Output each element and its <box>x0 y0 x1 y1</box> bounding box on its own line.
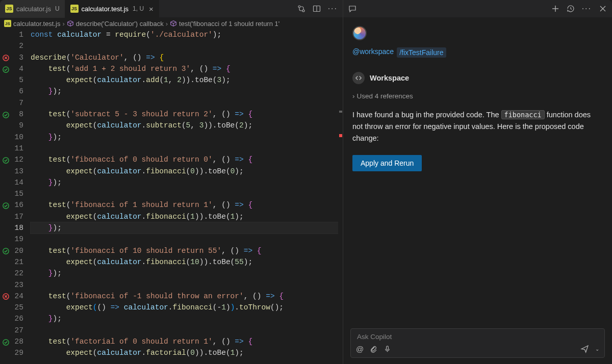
compare-changes-icon[interactable] <box>297 5 305 13</box>
references-text: Used 4 references <box>357 92 413 100</box>
code-line[interactable]: test('factorial of 0 should return 1', (… <box>31 336 338 347</box>
js-file-icon: JS <box>70 5 79 13</box>
attach-icon[interactable] <box>370 345 377 353</box>
test-pass-icon[interactable] <box>2 246 10 257</box>
panel-more-icon[interactable]: ··· <box>582 4 592 13</box>
code-line[interactable]: expect(calculator.fibonacci(1)).toBe(1); <box>31 211 338 222</box>
code-line[interactable]: }); <box>31 313 338 324</box>
send-dropdown-icon[interactable]: ⌄ <box>595 346 599 352</box>
code-line[interactable] <box>31 97 338 109</box>
code-line[interactable]: }); <box>31 268 338 279</box>
test-pass-icon[interactable] <box>2 200 10 211</box>
line-number-gutter: 1234567891011121314151617181920212223242… <box>11 29 31 364</box>
js-file-icon: JS <box>5 5 13 13</box>
code-line[interactable]: expect(calculator.subtract(5, 3)).toBe(2… <box>31 120 338 131</box>
code-line[interactable]: test('fibonacci of 10 should return 55',… <box>31 245 338 256</box>
history-icon[interactable] <box>567 5 575 13</box>
references-toggle[interactable]: › Used 4 references <box>352 92 603 100</box>
symbol-icon <box>170 20 177 27</box>
chat-panel-icon[interactable] <box>348 5 356 13</box>
breadcrumb-scope2: test('fibonacci of 1 should return 1' <box>179 20 279 28</box>
code-line[interactable] <box>31 143 338 154</box>
error-squiggle <box>67 311 302 313</box>
code-line[interactable]: test('fibonacci of 0 should return 0', (… <box>31 154 338 165</box>
send-icon[interactable] <box>580 345 589 353</box>
chat-message: I have found a bug in the provided code.… <box>352 109 602 145</box>
chat-input[interactable]: Ask Copilot @ ⌄ <box>350 328 605 358</box>
code-line[interactable] <box>31 40 338 51</box>
more-actions-icon[interactable]: ··· <box>328 4 338 13</box>
line-number: 1 <box>11 29 23 40</box>
apply-and-rerun-button[interactable]: Apply and Rerun <box>352 155 422 171</box>
split-editor-icon[interactable] <box>313 5 321 13</box>
close-panel-icon[interactable] <box>599 5 607 13</box>
line-number: 20 <box>11 245 23 256</box>
svg-point-1 <box>302 10 304 12</box>
line-number: 25 <box>11 302 23 313</box>
slash-command-chip[interactable]: /fixTestFailure <box>397 47 446 58</box>
code-line[interactable]: }); <box>31 177 338 188</box>
editor-tab[interactable]: JS calculator.js U <box>0 0 65 18</box>
code-line[interactable]: expect(calculator.add(1, 2)).toBe(3); <box>31 74 338 86</box>
code-line[interactable]: describe('Calculator', () => { <box>31 52 338 63</box>
line-number: 22 <box>11 268 23 279</box>
avatar <box>352 26 367 40</box>
test-pass-icon[interactable] <box>2 109 10 120</box>
workspace-label: Workspace <box>370 74 409 82</box>
symbol-icon <box>67 20 74 27</box>
tab-badge: U <box>54 5 60 12</box>
code-line[interactable]: expect(calculator.factorial(0)).toBe(1); <box>31 347 338 358</box>
line-number: 8 <box>11 109 23 120</box>
editor-tab[interactable]: JS calculator.test.js 1, U × <box>65 0 159 18</box>
test-pass-icon[interactable] <box>2 64 10 75</box>
code-line[interactable]: test('fibonacci of -1 should throw an er… <box>31 291 338 302</box>
js-file-icon: JS <box>4 20 11 27</box>
code-reference: fibonacci <box>501 110 545 119</box>
line-number: 12 <box>11 154 23 165</box>
test-pass-icon[interactable] <box>2 336 10 348</box>
line-number: 17 <box>11 211 23 222</box>
code-line[interactable]: const calculator = require('./calculator… <box>31 29 338 40</box>
code-line[interactable] <box>31 279 338 291</box>
line-number: 13 <box>11 166 23 177</box>
code-line[interactable]: expect(calculator.fibonacci(10)).toBe(55… <box>31 256 338 268</box>
code-line[interactable]: test('add 1 + 2 should return 3', () => … <box>31 63 338 74</box>
tab-filename: calculator.js <box>16 5 51 13</box>
line-number: 7 <box>11 97 23 109</box>
line-number: 5 <box>11 74 23 86</box>
code-line[interactable] <box>31 233 338 245</box>
code-line[interactable]: expect(() => calculator.fibonacci(-1)).t… <box>31 302 338 313</box>
code-line[interactable]: }); <box>31 132 338 143</box>
tab-filename: calculator.test.js <box>82 5 129 13</box>
code-line[interactable]: test('subtract 5 - 3 should return 2', (… <box>31 109 338 120</box>
code-line[interactable]: }); <box>31 222 338 233</box>
new-chat-icon[interactable] <box>551 5 559 13</box>
test-pass-icon[interactable] <box>2 154 10 166</box>
code-editor[interactable]: 1234567891011121314151617181920212223242… <box>0 29 343 364</box>
code-line[interactable]: expect(calculator.fibonacci(0)).toBe(0); <box>31 166 338 177</box>
line-number: 26 <box>11 313 23 324</box>
breadcrumb[interactable]: JS calculator.test.js › describe('Calcul… <box>0 18 343 29</box>
mention-icon[interactable]: @ <box>356 345 364 353</box>
line-number: 18 <box>11 222 23 233</box>
breadcrumb-scope1: describe('Calculator') callback <box>76 20 164 28</box>
line-number: 15 <box>11 188 23 199</box>
code-line[interactable]: }); <box>31 86 338 97</box>
line-number: 29 <box>11 347 23 358</box>
overview-ruler[interactable] <box>338 29 343 364</box>
line-number: 21 <box>11 256 23 268</box>
test-fail-icon[interactable] <box>2 291 10 302</box>
mention-chip[interactable]: @workspace <box>352 47 394 58</box>
test-fail-icon[interactable] <box>2 53 10 64</box>
voice-icon[interactable] <box>384 345 391 353</box>
line-number: 4 <box>11 63 23 74</box>
code-line[interactable]: test('fibonacci of 1 should return 1', (… <box>31 199 338 211</box>
workspace-agent-icon <box>352 72 365 84</box>
line-number: 27 <box>11 325 23 336</box>
close-tab-icon[interactable]: × <box>147 5 154 13</box>
code-line[interactable] <box>31 188 338 199</box>
line-number: 19 <box>11 233 23 245</box>
breadcrumb-file: calculator.test.js <box>13 20 61 28</box>
line-number: 28 <box>11 336 23 347</box>
code-line[interactable] <box>31 325 338 336</box>
